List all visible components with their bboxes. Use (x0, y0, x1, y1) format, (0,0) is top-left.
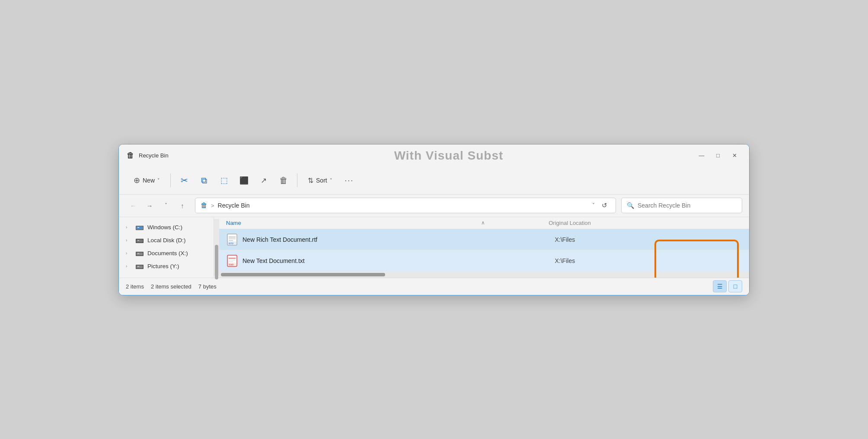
cut-icon: ✂ (181, 175, 188, 186)
horizontal-scrollbar[interactable] (219, 272, 749, 278)
status-bar-right: ☰ □ (713, 280, 742, 292)
more-button[interactable]: ··· (340, 171, 358, 189)
copy-button[interactable]: ⧉ (195, 171, 213, 189)
sort-label: Sort (316, 177, 327, 184)
up-button[interactable]: ↑ (175, 198, 190, 213)
recent-button[interactable]: ˅ (159, 198, 173, 213)
more-icon: ··· (345, 176, 354, 185)
title-bar: 🗑 Recycle Bin With Visual Subst — □ ✕ (119, 144, 749, 167)
sidebar: › Windows (C:) › Local Disk (D:) › Docum… (119, 217, 214, 278)
sort-chevron-icon: ˅ (330, 178, 332, 183)
share-button[interactable]: ↗ (255, 171, 273, 189)
cut-button[interactable]: ✂ (175, 171, 193, 189)
window-controls: — □ ✕ (694, 149, 742, 163)
sidebar-item-pictures-y[interactable]: › Pictures (Y:) (121, 260, 212, 272)
sidebar-chevron-icon: › (126, 225, 132, 230)
sidebar-item-windows-c[interactable]: › Windows (C:) (121, 221, 212, 234)
status-bar: 2 items 2 items selected 7 bytes ☰ □ (119, 278, 749, 295)
toolbar-separator-2 (297, 173, 297, 187)
sort-icon: ⇅ (308, 176, 313, 185)
status-items-count: 2 items (126, 283, 144, 290)
app-title: Recycle Bin (139, 152, 169, 159)
drive-d-icon (135, 237, 144, 244)
scrollbar-thumb[interactable] (215, 245, 218, 279)
svg-rect-15 (137, 266, 139, 267)
window-icon: 🗑 (126, 151, 135, 160)
delete-icon: 🗑 (279, 176, 288, 186)
address-bar[interactable]: 🗑 > Recycle Bin ˅ ↺ (195, 198, 616, 213)
view-list-icon: ☰ (717, 283, 723, 290)
up-icon: ↑ (181, 202, 184, 209)
new-label: New (143, 177, 155, 184)
file-location-rtf: X:\Files (555, 236, 743, 243)
file-location-txt: X:\Files (555, 257, 743, 264)
sidebar-chevron-d-icon: › (126, 238, 132, 243)
rename-icon: ⬛ (239, 176, 249, 185)
sidebar-item-label-windows-c: Windows (C:) (147, 224, 182, 231)
search-box[interactable]: 🔍 (621, 198, 742, 213)
sidebar-chevron-y-icon: › (126, 264, 132, 269)
maximize-button[interactable]: □ (710, 149, 726, 163)
forward-icon: → (147, 202, 153, 209)
refresh-button[interactable]: ↺ (598, 199, 610, 211)
address-recycle-icon: 🗑 (201, 202, 207, 209)
rename-button[interactable]: ⬛ (235, 171, 253, 189)
hscrollbar-thumb[interactable] (221, 273, 385, 276)
delete-button[interactable]: 🗑 (274, 171, 293, 189)
file-list: RTF New Rich Text Document.rtf X:\Files (219, 229, 749, 272)
svg-rect-7 (137, 240, 139, 241)
view-grid-button[interactable]: □ (728, 280, 742, 292)
sidebar-chevron-x-icon: › (126, 251, 132, 256)
share-icon: ↗ (261, 176, 267, 185)
sidebar-item-label-pictures-y: Pictures (Y:) (147, 263, 179, 269)
file-list-container: ∧ Name Original Location RTF (219, 217, 749, 278)
recent-icon: ˅ (165, 202, 167, 208)
explorer-window: 🗑 Recycle Bin With Visual Subst — □ ✕ ⊕ … (118, 144, 750, 295)
back-button[interactable]: ← (126, 198, 140, 213)
status-selected: 2 items selected (151, 283, 191, 290)
column-name-header[interactable]: Name (226, 220, 549, 226)
close-button[interactable]: ✕ (727, 149, 742, 163)
drive-x-icon (135, 250, 144, 257)
file-row-rtf[interactable]: RTF New Rich Text Document.rtf X:\Files (219, 229, 749, 250)
svg-rect-11 (137, 253, 139, 254)
paste-button[interactable]: ⬚ (215, 171, 233, 189)
forward-button[interactable]: → (142, 198, 157, 213)
sort-button[interactable]: ⇅ Sort ˅ (302, 171, 338, 189)
svg-text:TXT: TXT (229, 263, 234, 266)
address-chevron-icon[interactable]: ˅ (592, 202, 595, 208)
vertical-scrollbar[interactable] (214, 219, 219, 276)
file-row-txt[interactable]: TXT New Text Document.txt X:\Files (219, 250, 749, 272)
view-list-button[interactable]: ☰ (713, 280, 727, 292)
svg-rect-3 (137, 227, 139, 228)
drive-c-icon (135, 224, 144, 231)
nav-bar: ← → ˅ ↑ 🗑 > Recycle Bin ˅ ↺ 🔍 (119, 195, 749, 217)
new-button[interactable]: ⊕ New ˅ (128, 171, 166, 189)
file-name-txt: New Text Document.txt (243, 257, 555, 264)
sidebar-item-documents-x[interactable]: › Documents (X:) (121, 247, 212, 260)
sidebar-item-label-documents-x: Documents (X:) (147, 250, 188, 256)
status-size: 7 bytes (198, 283, 217, 290)
sort-arrow-icon: ∧ (481, 220, 485, 226)
view-grid-icon: □ (734, 283, 737, 290)
address-text: Recycle Bin (218, 202, 589, 209)
search-icon: 🔍 (627, 202, 634, 209)
back-icon: ← (130, 202, 137, 209)
new-plus-icon: ⊕ (134, 176, 140, 185)
refresh-icon: ↺ (602, 202, 607, 209)
title-bar-left: 🗑 Recycle Bin (126, 151, 204, 160)
sidebar-item-local-d[interactable]: › Local Disk (D:) (121, 234, 212, 247)
minimize-button[interactable]: — (694, 149, 709, 163)
file-name-rtf: New Rich Text Document.rtf (243, 236, 555, 243)
new-chevron-icon: ˅ (157, 178, 160, 183)
window-center-title: With Visual Subst (204, 149, 694, 163)
svg-text:RTF: RTF (229, 242, 234, 245)
sidebar-item-label-local-d: Local Disk (D:) (147, 237, 186, 244)
toolbar: ⊕ New ˅ ✂ ⧉ ⬚ ⬛ ↗ 🗑 ⇅ Sort ˅ ··· (119, 167, 749, 195)
file-list-header: ∧ Name Original Location (219, 217, 749, 229)
address-separator: > (211, 202, 214, 209)
rtf-file-icon: RTF (226, 234, 238, 246)
content-area: › Windows (C:) › Local Disk (D:) › Docum… (119, 217, 749, 278)
search-input[interactable] (638, 202, 737, 209)
drive-y-icon (135, 263, 144, 270)
